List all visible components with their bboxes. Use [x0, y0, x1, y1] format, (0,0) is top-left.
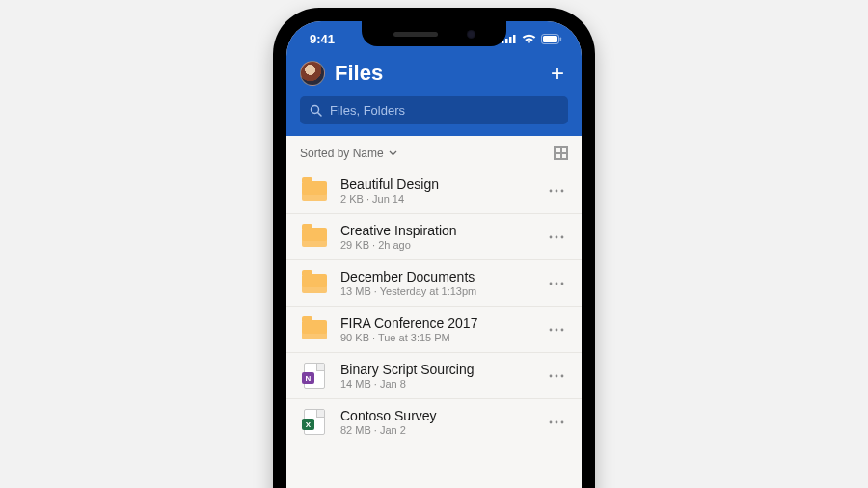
item-meta: 2 KB · Jun 14 — [340, 193, 533, 204]
svg-point-9 — [550, 189, 553, 192]
add-button[interactable]: + — [547, 60, 568, 87]
folder-icon — [302, 274, 327, 293]
item-meta: 13 MB · Yesterday at 1:13pm — [340, 285, 533, 297]
search-icon — [310, 104, 322, 117]
svg-line-8 — [318, 113, 322, 117]
ellipsis-icon — [549, 420, 564, 424]
view-toggle-button[interactable] — [554, 146, 568, 160]
list-item[interactable]: December Documents13 MB · Yesterday at 1… — [286, 259, 582, 306]
wifi-icon — [522, 34, 536, 44]
ellipsis-icon — [549, 328, 564, 332]
excel-file-icon: X — [304, 409, 325, 435]
ellipsis-icon — [549, 235, 564, 239]
list-item[interactable]: XContoso Survey82 MB · Jan 2 — [286, 398, 582, 445]
svg-rect-6 — [560, 37, 562, 41]
folder-icon — [302, 228, 327, 247]
sort-button[interactable]: Sorted by Name — [300, 147, 397, 160]
svg-rect-1 — [505, 39, 508, 43]
svg-point-19 — [556, 328, 558, 331]
list-item[interactable]: FIRA Conference 201790 KB · Tue at 3:15 … — [286, 306, 582, 352]
ellipsis-icon — [549, 189, 564, 193]
svg-point-23 — [561, 374, 564, 377]
excel-badge: X — [302, 419, 314, 430]
more-options-button[interactable] — [545, 417, 568, 428]
svg-point-25 — [556, 420, 558, 423]
svg-rect-2 — [509, 37, 512, 43]
item-name: Creative Inspiration — [340, 223, 533, 238]
svg-point-14 — [561, 235, 564, 238]
phone-screen: 9:41 Files + Files, Folders So — [286, 21, 582, 488]
folder-icon — [302, 181, 327, 201]
item-meta: 29 KB · 2h ago — [340, 239, 533, 251]
svg-point-16 — [556, 282, 558, 285]
svg-point-13 — [556, 235, 558, 238]
svg-point-20 — [561, 328, 564, 331]
svg-rect-5 — [543, 36, 557, 42]
svg-point-24 — [550, 420, 553, 423]
list-item[interactable]: Beautiful Design2 KB · Jun 14 — [286, 168, 582, 213]
more-options-button[interactable] — [545, 278, 568, 289]
page-title: Files — [335, 61, 383, 86]
svg-point-15 — [550, 282, 553, 285]
onenote-badge: N — [302, 372, 314, 384]
sort-label: Sorted by Name — [300, 147, 384, 160]
front-camera — [467, 30, 475, 39]
more-options-button[interactable] — [545, 370, 568, 382]
item-name: Binary Script Sourcing — [340, 362, 533, 377]
item-name: FIRA Conference 2017 — [340, 315, 533, 331]
item-meta: 14 MB · Jan 8 — [340, 378, 533, 390]
search-placeholder: Files, Folders — [330, 103, 405, 118]
svg-rect-3 — [513, 35, 516, 43]
avatar[interactable] — [300, 61, 325, 86]
item-name: Beautiful Design — [340, 176, 533, 192]
more-options-button[interactable] — [545, 185, 568, 197]
chevron-down-icon — [389, 150, 397, 156]
svg-point-17 — [561, 282, 564, 285]
list-item[interactable]: NBinary Script Sourcing14 MB · Jan 8 — [286, 352, 582, 398]
more-options-button[interactable] — [545, 231, 568, 243]
onenote-file-icon: N — [304, 363, 325, 389]
phone-notch — [362, 21, 506, 46]
sort-bar: Sorted by Name — [286, 136, 582, 168]
item-name: December Documents — [340, 269, 533, 285]
search-input[interactable]: Files, Folders — [300, 96, 568, 124]
item-meta: 90 KB · Tue at 3:15 PM — [340, 332, 533, 343]
svg-point-26 — [561, 420, 564, 423]
file-list: Beautiful Design2 KB · Jun 14Creative In… — [286, 168, 582, 445]
list-item[interactable]: Creative Inspiration29 KB · 2h ago — [286, 213, 582, 259]
item-meta: 82 MB · Jan 2 — [340, 424, 533, 436]
svg-point-11 — [561, 189, 564, 192]
svg-point-21 — [550, 374, 553, 377]
svg-point-10 — [556, 189, 558, 192]
folder-icon — [302, 320, 327, 339]
svg-point-18 — [550, 328, 553, 331]
speaker-grille — [393, 32, 438, 37]
phone-frame: 9:41 Files + Files, Folders So — [273, 8, 595, 488]
status-indicators — [502, 34, 562, 44]
svg-point-12 — [550, 235, 553, 238]
item-name: Contoso Survey — [340, 408, 533, 423]
app-header: Files + Files, Folders — [286, 56, 582, 136]
ellipsis-icon — [549, 282, 564, 285]
ellipsis-icon — [549, 374, 564, 378]
svg-point-22 — [556, 374, 558, 377]
battery-icon — [541, 34, 562, 44]
status-time: 9:41 — [310, 32, 335, 46]
more-options-button[interactable] — [545, 324, 568, 336]
